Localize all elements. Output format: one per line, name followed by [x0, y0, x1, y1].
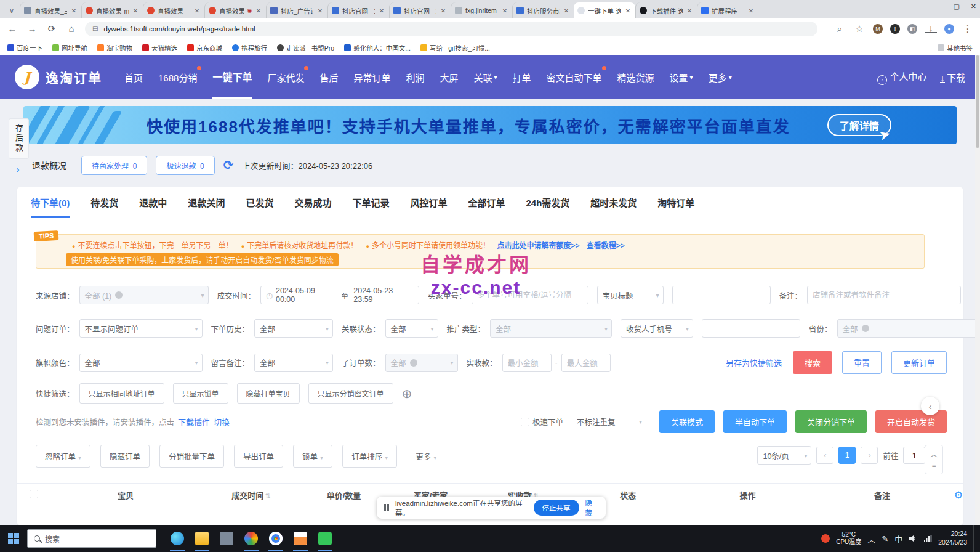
goto-page-input[interactable]: [903, 447, 925, 464]
download-icon[interactable]: ↓: [925, 24, 937, 34]
receiver-phone-input[interactable]: [702, 319, 800, 338]
hide-share-bar-link[interactable]: 隐藏: [585, 498, 599, 518]
window-close-button[interactable]: ✕: [971, 2, 976, 10]
tab-close-icon[interactable]: ✕: [378, 7, 385, 14]
browser-tab[interactable]: 抖店官网 - 1 ✕: [389, 2, 451, 18]
nav-relation[interactable]: 关联▾: [473, 55, 497, 99]
taskbar-app-wechat[interactable]: [313, 525, 337, 552]
taskbar-app-chrome[interactable]: [263, 525, 288, 552]
receiver-phone-select[interactable]: 收货人手机号▾: [621, 319, 693, 338]
browser-tab[interactable]: 抖店服务市场 ✕: [512, 2, 574, 18]
security-tray-icon[interactable]: [821, 534, 830, 543]
tab-close-icon[interactable]: ✕: [747, 7, 755, 14]
bookmark-item[interactable]: 感化他人：中国文...: [344, 43, 411, 52]
hide-printed-filter-button[interactable]: 隐藏打单宝贝: [237, 383, 300, 404]
browser-tab-active[interactable]: 一键下单-逸 ✕: [574, 2, 635, 18]
message-remark-select[interactable]: 全部▾: [254, 354, 333, 372]
tab-close-icon[interactable]: ✕: [316, 7, 324, 14]
province-select[interactable]: 全部 ▾: [837, 319, 980, 338]
nav-more[interactable]: 更多▾: [709, 55, 732, 99]
tab-risk-orders[interactable]: 风控订单: [410, 196, 447, 218]
export-order-button[interactable]: 导出订单: [234, 445, 283, 468]
paid-min-input[interactable]: 最小金额: [502, 354, 552, 372]
save-quick-filter-link[interactable]: 另存为快捷筛选: [726, 357, 782, 368]
nav-home[interactable]: 首页: [124, 55, 143, 99]
browser-tab[interactable]: 直播效果_三 ✕: [20, 2, 81, 18]
side-collapse-tag[interactable]: 存后款 ›: [9, 118, 27, 174]
app-logo[interactable]: J: [15, 65, 39, 89]
sort-icon[interactable]: ⇅: [265, 492, 270, 500]
taskbar-clock[interactable]: 20:24 2024/5/23: [938, 530, 967, 546]
nav-1688-distribution[interactable]: 1688分销: [158, 55, 197, 99]
browser-tab[interactable]: 直播效果-m ✕: [81, 2, 143, 18]
taskbar-app-docs[interactable]: [288, 525, 313, 552]
taskbar-app-explorer[interactable]: [190, 525, 214, 552]
relation-status-select[interactable]: 全部▾: [385, 319, 438, 338]
refresh-icon[interactable]: ⟳: [223, 158, 234, 172]
tab-overdue-ship[interactable]: 超时未发货: [590, 196, 637, 218]
tab-shipped[interactable]: 已发货: [246, 196, 273, 218]
cipher-orders-filter-button[interactable]: 只显示分销密文订单: [308, 383, 393, 404]
network-icon[interactable]: [923, 535, 932, 542]
nav-cipher-auto-order[interactable]: 密文自动下单: [547, 55, 602, 99]
nav-selected-supply[interactable]: 精选货源: [617, 55, 654, 99]
tab-close-icon[interactable]: ✕: [686, 7, 693, 14]
bookmark-item[interactable]: 淘宝购物: [97, 43, 132, 52]
tab-refunding[interactable]: 退款中: [139, 196, 167, 218]
volume-icon[interactable]: [909, 534, 917, 543]
tab-trade-success[interactable]: 交易成功: [294, 196, 331, 218]
tab-close-icon[interactable]: ✕: [624, 7, 632, 14]
apply-decrypt-link[interactable]: 点击此处申请解密额度>>: [497, 242, 579, 250]
tab-close-icon[interactable]: ✕: [501, 7, 508, 14]
bookmark-item[interactable]: 携程旅行: [232, 43, 267, 52]
per-page-select[interactable]: 10条/页▾: [757, 446, 811, 465]
taskbar-app-store[interactable]: [214, 525, 239, 552]
view-tutorial-link[interactable]: 查看教程>>: [587, 242, 625, 250]
browser-tab[interactable]: 下载插件-逸 ✕: [635, 2, 697, 18]
user-center-link[interactable]: ◦个人中心: [877, 70, 926, 85]
nav-profit[interactable]: 利润: [406, 55, 424, 99]
dup-mark-select[interactable]: 不标注重复▾: [572, 413, 646, 431]
chevron-up-icon[interactable]: ︿: [930, 448, 938, 459]
bookmark-item[interactable]: 网址导航: [52, 43, 87, 52]
flag-color-select[interactable]: 全部▾: [79, 354, 203, 372]
nav-factory-dropship[interactable]: 厂家代发: [267, 55, 304, 99]
browser-tab[interactable]: 直播效果 ✕: [143, 2, 204, 18]
nav-big-screen[interactable]: 大屏: [440, 55, 458, 99]
ignore-order-button[interactable]: 忽略订单▾: [36, 445, 90, 468]
next-page-button[interactable]: ›: [861, 447, 878, 464]
item-title-input[interactable]: [672, 286, 771, 304]
remark-input[interactable]: [807, 286, 961, 304]
nav-after-sale[interactable]: 售后: [319, 55, 338, 99]
extension-icon[interactable]: !: [890, 24, 900, 34]
reload-icon[interactable]: ⟳: [46, 23, 58, 34]
tab-24h-ship[interactable]: 24h需发货: [526, 196, 569, 218]
pen-icon[interactable]: ✎: [882, 534, 888, 543]
relation-mode-button[interactable]: 关联模式: [659, 410, 715, 433]
add-quick-filter-button[interactable]: ⊕: [402, 386, 412, 401]
extensions-puzzle-icon[interactable]: ◧: [907, 24, 917, 34]
window-minimize-button[interactable]: —: [935, 2, 942, 10]
express-order-checkbox[interactable]: 极速下单: [521, 416, 563, 428]
problem-order-select[interactable]: 不显示问题订单▾: [79, 319, 203, 338]
locked-orders-filter-button[interactable]: 只显示锁单: [173, 383, 228, 404]
zoom-icon[interactable]: ⌕: [833, 23, 846, 34]
tab-close-icon[interactable]: ✕: [70, 7, 78, 14]
browser-tab[interactable]: fxg.jinritem ✕: [451, 2, 512, 18]
start-button[interactable]: [0, 525, 27, 552]
item-title-select[interactable]: 宝贝标题 ▾: [597, 286, 664, 304]
bookmark-item[interactable]: 百度一下: [7, 43, 42, 52]
buyer-order-input[interactable]: [472, 286, 588, 304]
tab-refund-closed[interactable]: 退款关闭: [188, 196, 225, 218]
bookmark-item[interactable]: 京东商城: [187, 43, 222, 52]
more-actions-button[interactable]: 更多▾: [407, 445, 445, 467]
menu-icon[interactable]: ⋮: [962, 23, 974, 34]
update-orders-button[interactable]: 更新订单: [891, 351, 947, 374]
col-deal-time[interactable]: 成交时间⇅: [200, 489, 302, 501]
pending-merchant-button[interactable]: 待商家处理 0: [81, 156, 147, 175]
chevron-right-icon[interactable]: ›: [9, 164, 27, 174]
float-shortcut-widget[interactable]: ︿ ≡: [925, 445, 943, 474]
reset-button[interactable]: 重置: [842, 351, 882, 374]
source-shop-select[interactable]: 全部 (1) ▾: [79, 286, 209, 304]
show-desktop-strip[interactable]: [973, 525, 976, 552]
